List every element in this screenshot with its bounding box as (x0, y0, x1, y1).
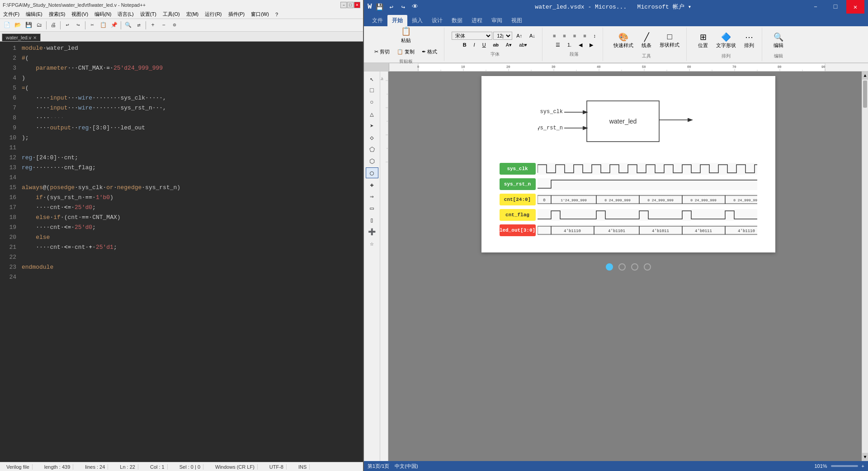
menu-search[interactable]: 搜索(S) (47, 10, 67, 18)
menu-window[interactable]: 窗口(W) (250, 10, 270, 18)
zoom-slider[interactable] (831, 465, 858, 467)
circle-tool[interactable]: ○ (366, 97, 378, 108)
menu-language[interactable]: 语言(L) (116, 10, 135, 18)
bold-button[interactable]: B (460, 41, 470, 49)
align-center-button[interactable]: ≡ (560, 32, 569, 40)
word-preview-button[interactable]: 👁 (410, 2, 420, 12)
save-all-button[interactable]: 🗂 (34, 20, 44, 30)
shape-style-button[interactable]: □ 形状样式 (656, 30, 683, 51)
tab-process[interactable]: 进程 (467, 15, 487, 26)
file-tab[interactable]: water_led.v ✕ (2, 33, 41, 41)
scroll-thumb[interactable] (863, 81, 867, 108)
replace-button[interactable]: ⇄ (134, 20, 144, 30)
rect2-tool[interactable]: ▭ (366, 203, 378, 214)
page-dot-3[interactable] (631, 263, 638, 271)
word-redo-button[interactable]: ↪ (398, 2, 408, 12)
copy-button[interactable]: 📋 (98, 20, 108, 30)
menu-macro[interactable]: 宏(M) (185, 10, 200, 18)
notepad-maximize-button[interactable]: □ (347, 2, 354, 8)
zoom-out-button[interactable]: − (159, 20, 169, 30)
cut-button[interactable]: ✂ (87, 20, 97, 30)
ellipse-tool[interactable]: ◯ (366, 167, 378, 178)
highlight-button[interactable]: ab▾ (516, 41, 530, 49)
scroll-up-button[interactable]: ▲ (862, 71, 868, 80)
cross-tool[interactable]: ✚ (366, 179, 378, 190)
shape-fill-button[interactable]: 🔷 文字形状 (713, 30, 739, 51)
menu-edit[interactable]: 编辑(E) (24, 10, 44, 18)
indent-increase-button[interactable]: ▶ (586, 41, 596, 49)
page-dot-1[interactable] (606, 263, 613, 271)
menu-encoding[interactable]: 编码(N) (93, 10, 113, 18)
double-arrow-tool[interactable]: ⇒ (366, 191, 378, 202)
menu-settings[interactable]: 设置(T) (139, 10, 158, 18)
scroll-down-button[interactable]: ▼ (862, 453, 868, 461)
justify-button[interactable]: ≡ (580, 32, 589, 40)
italic-button[interactable]: I (471, 41, 478, 49)
menu-tools[interactable]: 工具(O) (161, 10, 181, 18)
paste-button[interactable]: 📌 (109, 20, 119, 30)
new-file-button[interactable]: 📄 (2, 20, 12, 30)
line-spacing-button[interactable]: ↕ (590, 32, 599, 40)
page-dot-2[interactable] (618, 263, 626, 271)
align-right-button[interactable]: ≡ (570, 32, 579, 40)
strikethrough-button[interactable]: ab (490, 41, 502, 49)
triangle-tool[interactable]: △ (366, 109, 378, 119)
arrow-tool[interactable]: ➤ (366, 120, 378, 131)
word-document-area[interactable]: ↖ □ ○ △ ➤ ◇ ⬠ ⬡ ◯ ✚ ⇒ ▭ ▯ ➕ ☆ (364, 71, 868, 461)
tab-data[interactable]: 数据 (447, 15, 467, 26)
quick-style-button[interactable]: 🎨 快速样式 (610, 30, 637, 51)
copy-button[interactable]: 📋 复制 (394, 47, 418, 57)
tab-view[interactable]: 视图 (507, 15, 527, 26)
tab-close-icon[interactable]: ✕ (33, 35, 37, 40)
notepad-minimize-button[interactable]: － (340, 2, 347, 8)
open-file-button[interactable]: 📂 (13, 20, 23, 30)
code-text[interactable]: module·water_led #( parameter···CNT_MAX·… (18, 42, 363, 462)
word-save-button[interactable]: 💾 (375, 2, 385, 12)
word-restore-button[interactable]: □ (826, 0, 844, 14)
more-button[interactable]: ⋯ 排列 (740, 30, 758, 51)
code-editor[interactable]: 1 2 3 4 5 6 7 8 9 10 11 12 13 14 15 16 1… (0, 42, 363, 462)
position-button[interactable]: ⊞ 位置 (694, 30, 712, 51)
decrease-font-button[interactable]: A↓ (526, 32, 538, 40)
indent-decrease-button[interactable]: ◀ (576, 41, 585, 49)
rect3-tool[interactable]: ▯ (366, 214, 378, 225)
increase-font-button[interactable]: A↑ (513, 32, 525, 40)
plus-tool[interactable]: ➕ (366, 226, 378, 237)
tab-design[interactable]: 设计 (427, 15, 447, 26)
menu-file[interactable]: 文件(F) (2, 10, 21, 18)
star-tool[interactable]: ☆ (366, 238, 378, 249)
pentagon-tool[interactable]: ⬠ (366, 144, 378, 155)
tab-file[interactable]: 文件 (368, 15, 387, 26)
hexagon-tool[interactable]: ⬡ (366, 156, 378, 167)
cut-button[interactable]: ✂ 剪切 (371, 47, 393, 57)
rect-tool[interactable]: □ (366, 85, 378, 96)
save-file-button[interactable]: 💾 (24, 20, 33, 30)
menu-view[interactable]: 视图(V) (70, 10, 90, 18)
bullets-button[interactable]: ☰ (552, 41, 563, 49)
font-size-select[interactable]: 12pt (493, 32, 512, 40)
line-button[interactable]: ╱ 线条 (637, 30, 656, 51)
redo-button[interactable]: ↪ (73, 20, 83, 30)
page-dot-4[interactable] (644, 263, 651, 271)
font-name-select[interactable]: 宋体 (452, 32, 492, 40)
numbering-button[interactable]: 1. (564, 41, 575, 49)
notepad-close-button[interactable]: ✕ (354, 2, 360, 8)
menu-plugins[interactable]: 插件(P) (227, 10, 246, 18)
diamond-tool[interactable]: ◇ (366, 132, 378, 143)
word-minimize-button[interactable]: － (807, 0, 825, 14)
align-left-button[interactable]: ≡ (550, 32, 559, 40)
menu-help[interactable]: ? (274, 11, 279, 18)
find-button[interactable]: 🔍 (123, 20, 133, 30)
undo-button[interactable]: ↩ (62, 20, 72, 30)
word-undo-button[interactable]: ↩ (387, 2, 396, 12)
scrollbar-vertical[interactable]: ▲ ▼ (862, 71, 868, 461)
zoom-reset-button[interactable]: ⊙ (170, 20, 179, 30)
menu-run[interactable]: 运行(R) (203, 10, 223, 18)
pointer-tool[interactable]: ↖ (366, 73, 378, 84)
format-painter-button[interactable]: ✒ 格式 (419, 47, 440, 57)
tab-review[interactable]: 审阅 (487, 15, 507, 26)
underline-button[interactable]: U (479, 41, 489, 49)
print-button[interactable]: 🖨 (48, 20, 58, 30)
word-close-button[interactable]: ✕ (846, 0, 864, 14)
paste-button[interactable]: 📋 粘贴 (397, 24, 415, 46)
